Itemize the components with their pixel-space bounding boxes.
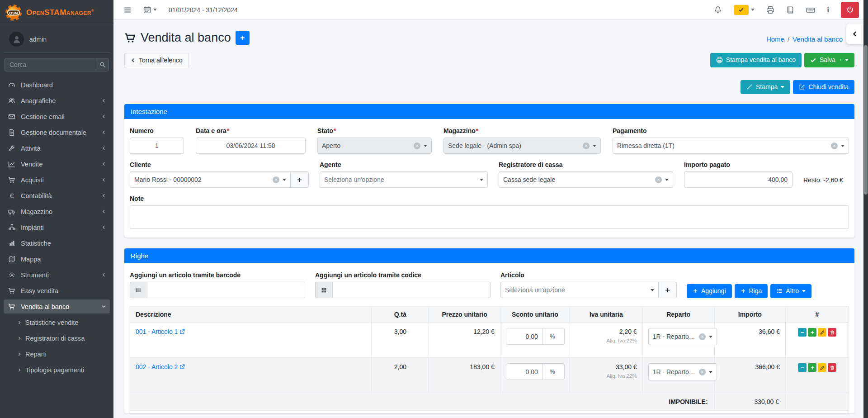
- caret-down-icon: [845, 59, 849, 61]
- caret-down-icon: [802, 290, 806, 292]
- sidebar-item-acquisti[interactable]: Acquisti: [4, 173, 110, 187]
- sconto-unit-dropdown[interactable]: %: [543, 363, 565, 380]
- clear-icon[interactable]: [273, 176, 279, 183]
- info-icon[interactable]: i: [827, 5, 829, 14]
- scrollbar[interactable]: [863, 0, 868, 418]
- breadcrumb-current-link[interactable]: Vendita al banco: [793, 35, 843, 43]
- articolo-label: Articolo: [500, 271, 677, 279]
- caret-down-icon: [651, 289, 654, 291]
- sidebar-item-dashboard[interactable]: Dashboard: [4, 78, 110, 92]
- breadcrumb-home-link[interactable]: Home: [766, 35, 784, 43]
- cliente-select[interactable]: Mario Rossi - 00000002: [130, 171, 291, 188]
- sidebar-item-attivita[interactable]: Attività: [4, 141, 110, 155]
- sidebar-item-vendite[interactable]: Vendite: [4, 157, 110, 171]
- sconto-input[interactable]: [506, 328, 543, 345]
- agente-select[interactable]: Seleziona un'opzione: [320, 171, 488, 188]
- print-sale-button[interactable]: Stampa vendita al banco: [710, 53, 802, 67]
- decrease-qty-button[interactable]: [798, 363, 807, 372]
- decrease-qty-button[interactable]: [798, 328, 807, 337]
- edit-row-button[interactable]: [818, 363, 826, 372]
- sidebar-subitem-reparti[interactable]: Reparti: [7, 347, 106, 361]
- numero-input[interactable]: [130, 138, 184, 154]
- save-button[interactable]: Salva: [804, 53, 854, 67]
- print-dropdown-button[interactable]: Stampa: [741, 80, 790, 95]
- bell-icon[interactable]: [714, 6, 722, 14]
- sidebar-item-gestione-email[interactable]: Gestione email: [4, 109, 110, 124]
- articolo-link[interactable]: 001 - Articolo 1: [136, 328, 185, 335]
- altro-dropdown-button[interactable]: Altro: [770, 284, 811, 299]
- magazzino-select[interactable]: Sede legale - (Admin spa): [443, 138, 601, 154]
- sidebar-item-easy-vendita[interactable]: Easy vendita: [4, 284, 110, 298]
- stato-select[interactable]: Aperto: [317, 138, 432, 154]
- delete-row-button[interactable]: [828, 363, 836, 372]
- sidebar-item-vendita-al-banco[interactable]: Vendita al banco: [4, 299, 110, 314]
- clear-icon[interactable]: [699, 333, 706, 340]
- required-mark: *: [334, 127, 336, 134]
- calendar-dropdown[interactable]: [143, 6, 157, 14]
- session-check-dropdown[interactable]: [734, 5, 755, 15]
- sidebar-item-label: Vendita al banco: [21, 303, 97, 310]
- printer-icon[interactable]: [766, 6, 774, 14]
- search-button[interactable]: [96, 58, 108, 71]
- keyboard-icon[interactable]: [806, 5, 815, 14]
- pagamento-select[interactable]: Rimessa diretta (1T): [613, 138, 849, 154]
- edit-row-button[interactable]: [818, 328, 826, 337]
- sidebar-item-strumenti[interactable]: Strumenti: [4, 268, 110, 282]
- sidebar-item-statistiche[interactable]: Statistiche: [4, 236, 110, 250]
- cart-icon: [7, 303, 16, 310]
- increase-qty-button[interactable]: [808, 328, 816, 337]
- delete-row-button[interactable]: [828, 328, 836, 337]
- user-panel[interactable]: admin: [4, 25, 110, 52]
- brand[interactable]: OSM OpenSTAManager®: [0, 0, 113, 25]
- data-ora-input[interactable]: [196, 138, 306, 154]
- sidebar-subitem-registratori-di-cassa[interactable]: Registratori di cassa: [7, 331, 106, 345]
- sidebar-item-anagrafiche[interactable]: Anagrafiche: [4, 94, 110, 108]
- clear-icon[interactable]: [655, 176, 662, 183]
- logout-button[interactable]: [841, 2, 859, 18]
- barcode-input[interactable]: [147, 282, 305, 298]
- save-dropdown-toggle[interactable]: [840, 59, 849, 61]
- codice-input[interactable]: [332, 282, 491, 298]
- aggiungi-button[interactable]: Aggiungi: [687, 284, 732, 299]
- sidebar-subitem-statistiche-vendite[interactable]: Statistiche vendite: [7, 315, 106, 329]
- reparto-select[interactable]: 1R - Reparto 1...: [648, 363, 717, 380]
- iva-value: 2,20 €: [576, 328, 637, 335]
- sidebar-item-mappa[interactable]: Mappa: [4, 252, 110, 266]
- sidebar-item-impianti[interactable]: Impianti: [4, 220, 110, 234]
- iva-cell: 33,00 € Aliq. Iva 22%: [570, 358, 643, 393]
- panel-toggle-button[interactable]: [846, 24, 863, 44]
- scrollbar-thumb[interactable]: [864, 45, 868, 195]
- riga-button[interactable]: Riga: [735, 284, 768, 299]
- add-articolo-button[interactable]: [659, 282, 677, 298]
- note-textarea[interactable]: [130, 205, 849, 229]
- stato-field: Stato* Aperto: [317, 127, 432, 154]
- sconto-input[interactable]: [506, 363, 543, 380]
- sidebar-subitem-tipologia-pagamenti[interactable]: Tipologia pagamenti: [7, 363, 106, 377]
- clear-icon[interactable]: [583, 142, 590, 149]
- sidebar-item-contabilita[interactable]: € Contabilità: [4, 189, 110, 203]
- articolo-link[interactable]: 002 - Articolo 2: [136, 363, 185, 370]
- articolo-field: Articolo Seleziona un'opzione: [500, 271, 677, 298]
- sidebar-item-magazzino[interactable]: Magazzino: [4, 204, 110, 218]
- menu-icon[interactable]: [123, 6, 132, 14]
- registratore-select[interactable]: Cassa sede legale: [499, 171, 673, 188]
- back-to-list-button[interactable]: Torna all'elenco: [124, 53, 189, 68]
- new-record-button[interactable]: [236, 31, 250, 45]
- importo-pagato-input[interactable]: [684, 171, 793, 188]
- increase-qty-button[interactable]: [808, 363, 816, 372]
- clear-icon[interactable]: [414, 142, 420, 149]
- sconto-unit-dropdown[interactable]: %: [543, 328, 565, 345]
- book-icon[interactable]: [786, 6, 794, 14]
- sidebar-item-label: Attività: [21, 145, 97, 152]
- sidebar-item-gestione-documentale[interactable]: Gestione documentale: [4, 125, 110, 139]
- search-input[interactable]: [5, 58, 96, 71]
- plus-icon: [693, 288, 698, 294]
- close-sale-button[interactable]: Chiudi vendita: [793, 80, 854, 95]
- clear-icon[interactable]: [831, 142, 838, 149]
- reparto-select[interactable]: 1R - Reparto 1...: [648, 328, 717, 345]
- date-range[interactable]: 01/01/2024 - 31/12/2024: [169, 6, 238, 14]
- clear-icon[interactable]: [699, 369, 706, 375]
- chevron-left-icon: [101, 272, 106, 277]
- articolo-select[interactable]: Seleziona un'opzione: [500, 282, 659, 298]
- add-cliente-button[interactable]: [291, 171, 309, 188]
